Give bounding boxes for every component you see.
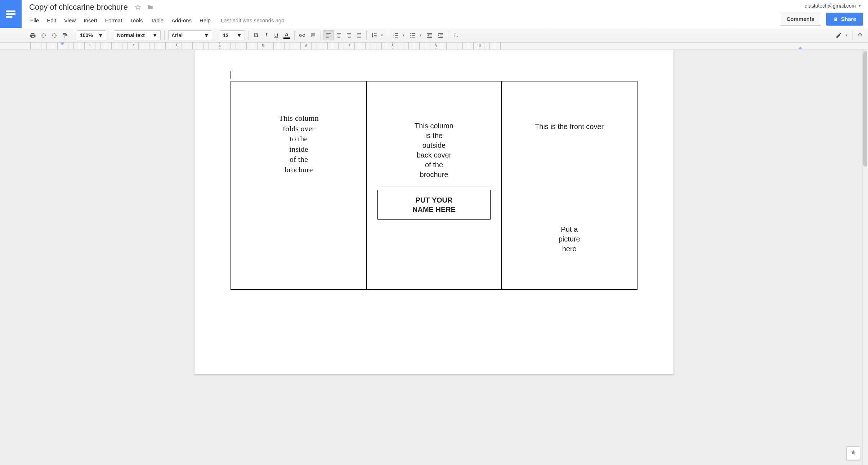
insert-link-button[interactable] — [297, 30, 308, 40]
print-icon — [30, 32, 36, 39]
explore-button[interactable] — [846, 446, 860, 460]
redo-button[interactable] — [49, 30, 60, 40]
ruler-mark: 1 — [88, 44, 92, 48]
indent-increase-icon — [437, 32, 444, 39]
right-indent-marker[interactable] — [798, 46, 802, 49]
panel2-name-box[interactable]: PUT YOUR NAME HERE — [377, 190, 491, 220]
menu-addons[interactable]: Add-ons — [168, 16, 195, 25]
clear-formatting-icon: Tx — [453, 32, 460, 39]
insert-comment-button[interactable] — [308, 30, 318, 40]
cursor-line — [231, 71, 637, 79]
svg-rect-9 — [337, 35, 340, 35]
svg-rect-39 — [438, 33, 443, 34]
svg-rect-28 — [395, 37, 398, 37]
paint-format-button[interactable] — [60, 30, 71, 40]
caret-down-icon: ▼ — [402, 34, 405, 37]
zoom-selector[interactable]: 100% ▼ — [77, 30, 106, 40]
ruler-scale: 1 2 3 4 5 6 7 8 9 10 — [25, 43, 868, 49]
star-icon — [135, 4, 141, 10]
menu-format[interactable]: Format — [102, 16, 126, 25]
docs-logo[interactable] — [0, 0, 22, 28]
align-left-button[interactable] — [323, 30, 334, 40]
star-button[interactable] — [133, 3, 143, 12]
underline-button[interactable]: U — [271, 30, 281, 40]
menu-insert[interactable]: Insert — [80, 16, 101, 25]
comment-icon — [310, 32, 316, 39]
print-button[interactable] — [27, 30, 38, 40]
bulleted-list-button[interactable]: ▼ — [407, 30, 424, 40]
svg-rect-38 — [427, 37, 432, 38]
text-cursor — [231, 71, 231, 79]
svg-rect-32 — [412, 33, 415, 34]
svg-rect-6 — [326, 36, 331, 36]
horizontal-ruler[interactable]: 1 2 3 4 5 6 7 8 9 10 — [0, 43, 868, 50]
menu-edit[interactable]: Edit — [43, 16, 60, 25]
panel3-title[interactable]: This is the front cover — [535, 123, 604, 131]
svg-rect-35 — [427, 33, 432, 34]
numbered-list-button[interactable]: 123 ▼ — [390, 30, 407, 40]
editing-mode-button[interactable]: ▼ — [833, 30, 850, 40]
collapse-toolbar-button[interactable] — [855, 30, 865, 40]
line-spacing-button[interactable]: ▼ — [369, 30, 386, 40]
svg-rect-2 — [6, 13, 15, 14]
line-spacing-icon — [371, 32, 377, 39]
toolbar-separator — [73, 31, 73, 40]
svg-rect-20 — [374, 33, 377, 34]
ruler-mark: 5 — [261, 44, 265, 48]
menu-bar: File Edit View Insert Format Tools Table… — [27, 14, 775, 26]
caret-down-icon: ▼ — [98, 32, 103, 38]
ruler-mark: 4 — [218, 44, 222, 48]
align-right-icon — [346, 32, 352, 38]
move-to-folder-button[interactable] — [146, 3, 155, 12]
menu-help[interactable]: Help — [196, 16, 214, 25]
brochure-panel-1[interactable]: This column folds over to the inside of … — [231, 81, 367, 289]
align-left-icon — [326, 32, 331, 38]
undo-button[interactable] — [38, 30, 49, 40]
paragraph-style-selector[interactable]: Normal text ▼ — [114, 30, 161, 40]
menu-view[interactable]: View — [61, 16, 79, 25]
align-justify-icon — [356, 32, 362, 38]
brochure-panel-3[interactable]: This is the front cover Put a picture he… — [502, 81, 637, 289]
brochure-panel-2[interactable]: This column is the outside back cover of… — [367, 81, 502, 289]
panel2-text[interactable]: This column is the outside back cover of… — [415, 121, 453, 180]
link-icon — [299, 32, 305, 39]
toolbar-separator — [321, 31, 321, 40]
first-line-indent-marker[interactable] — [60, 43, 64, 45]
scrollbar-thumb[interactable] — [863, 51, 867, 167]
vertical-scrollbar[interactable] — [862, 50, 868, 465]
panel1-text[interactable]: This column folds over to the inside of … — [279, 113, 319, 175]
document-title[interactable]: Copy of chiccarine brochure — [27, 1, 130, 13]
increase-indent-button[interactable] — [435, 30, 446, 40]
svg-rect-26 — [395, 33, 398, 34]
align-right-button[interactable] — [344, 30, 354, 40]
menu-tools[interactable]: Tools — [126, 16, 146, 25]
text-color-button[interactable]: A — [281, 30, 292, 40]
align-justify-button[interactable] — [354, 30, 364, 40]
font-selector[interactable]: Arial ▼ — [168, 30, 212, 40]
indent-decrease-icon — [426, 32, 433, 39]
clear-formatting-button[interactable]: Tx — [451, 30, 462, 40]
svg-rect-22 — [374, 36, 377, 37]
font-value: Arial — [171, 32, 183, 38]
svg-rect-36 — [429, 34, 432, 35]
decrease-indent-button[interactable] — [424, 30, 435, 40]
font-size-selector[interactable]: 12 ▼ — [220, 30, 245, 40]
last-edit-text[interactable]: Last edit was seconds ago — [221, 17, 285, 23]
explore-icon — [849, 449, 857, 457]
document-canvas[interactable]: This column folds over to the inside of … — [0, 50, 868, 465]
svg-rect-33 — [412, 35, 415, 36]
comments-button[interactable]: Comments — [780, 13, 822, 26]
folder-icon — [147, 4, 154, 10]
menu-file[interactable]: File — [27, 16, 42, 25]
panel3-picture-placeholder[interactable]: Put a picture here — [559, 225, 580, 254]
share-button[interactable]: Share — [826, 13, 863, 26]
brochure-table[interactable]: This column folds over to the inside of … — [231, 81, 637, 290]
bold-button[interactable]: B — [251, 30, 261, 40]
caret-down-icon: ▼ — [152, 32, 157, 38]
toolbar-separator — [448, 31, 448, 40]
page[interactable]: This column folds over to the inside of … — [194, 50, 674, 374]
align-center-button[interactable] — [334, 30, 344, 40]
menu-table[interactable]: Table — [147, 16, 167, 25]
italic-button[interactable]: I — [261, 30, 271, 40]
account-switcher[interactable]: dlastutech@gmail.com ▼ — [805, 3, 862, 9]
